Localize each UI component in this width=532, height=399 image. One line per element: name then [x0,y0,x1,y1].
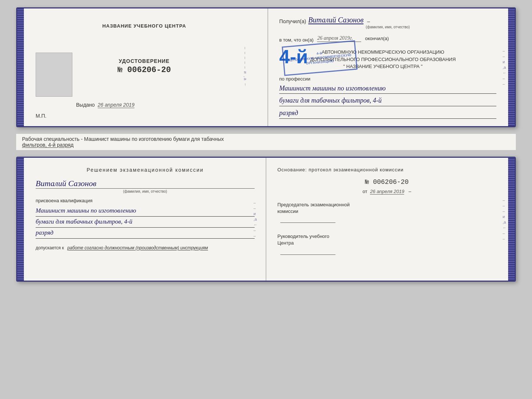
qual-line2: бумаги для табачных фильтров, 4-й [36,217,255,228]
profession-line1: Машинист машины по изготовлению [279,83,496,94]
bottom-certificate-book: Решением экзаменационной комиссии Витали… [16,157,516,282]
allowed-prefix: допускается к [36,245,64,250]
top-center-title: НАЗВАНИЕ УЧЕБНОГО ЦЕНТРА [36,23,253,29]
bottom-spine-right [508,158,515,281]
bottom-right-page: Основание: протокол экзаменационной коми… [266,158,515,281]
date-from-value: 26 апреля 2019 [370,189,404,195]
head-label2-text: Центра [277,240,294,246]
decision-title: Решением экзаменационной комиссии [36,167,255,173]
issued-label: Выдано [76,102,95,108]
chair-label: Председатель экзаменационной комиссии [277,202,496,215]
recipient-sub-label: (фамилия, имя, отчество) [279,25,496,29]
bottom-person-name: Виталий Сазонов [36,179,255,189]
recipient-prefix: Получил(а) [279,18,306,24]
subtitle-text-underlined: фильтров, 4-й разряд [22,142,73,148]
bottom-fio-label: (фамилия, имя, отчество) [36,189,255,193]
date-from-line: от 26 апреля 2019 – [277,189,496,194]
allowed-line: допускается к работе согласно должностны… [36,245,255,250]
bottom-left-edge-marks: – – и ,а ← – – [254,200,258,238]
chair-label-text: Председатель экзаменационной [277,202,350,207]
edge-text-left: – – – – – и ,а ← [243,47,248,88]
protocol-number: № 006206-20 [277,178,496,186]
head-label: Руководитель учебного Центра [277,233,496,246]
head-label-text: Руководитель учебного [277,234,329,239]
profession-line2: бумаги для табачных фильтров, 4-й [279,95,496,106]
photo-placeholder [36,53,72,97]
stamp-overlay: 4-йАВТОНОМНУЮ НЕКОММЕРЧЕСКУЮОРГАНИЗАЦИЮ [282,40,357,76]
org-block: 4-й АВТОНОМНУЮ НЕКОММЕРЧЕСКУЮ ОРГАНИЗАЦИ… [279,47,496,70]
allowed-text: работе согласно должностным (производств… [67,245,208,250]
stamp-text: 4-йАВТОНОМНУЮ НЕКОММЕРЧЕСКУЮОРГАНИЗАЦИЮ [287,49,352,67]
subtitle-text: Рабочая специальность - Машинист машины … [22,136,224,142]
spine-right-decoration [508,8,515,126]
recipient-name: Виталий Сазонов [308,16,363,24]
basis-title: Основание: протокол экзаменационной коми… [277,167,496,172]
subtitle-bar: Рабочая специальность - Машинист машины … [16,134,516,150]
recipient-line: Получил(а) Виталий Сазонов – [279,16,496,24]
issued-line: Выдано 26 апреля 2019 [76,102,134,108]
profession-line3: разряд [279,108,496,119]
okonchil-label: окончил(а) [365,36,389,41]
chair-signature-line [280,222,335,223]
chair-sig-block: Председатель экзаменационной комиссии [277,202,496,224]
head-signature-line [280,254,335,255]
assigned-label: присвоена квалификация [36,198,255,203]
vtom-row: в том, что он(а) 26 апреля 2019г. окончи… [279,33,496,44]
vtom-label: в том, что он(а) [279,37,313,43]
right-edge-marks: – – и ,а ← – – [503,49,507,86]
head-sig-block: Руководитель учебного Центра [277,233,496,256]
bottom-right-edge-marks: – – – и ,а ← – – [503,197,507,241]
qual-line3: разряд [36,228,255,239]
mp-label: М.П. [36,113,47,119]
date-from-prefix: от [363,189,367,194]
top-certificate-book: НАЗВАНИЕ УЧЕБНОГО ЦЕНТРА УДОСТОВЕРЕНИЕ №… [16,7,516,127]
issued-date: 26 апреля 2019 [98,102,134,108]
qual-line1: Машинист машины по изготовлению [36,206,255,217]
top-left-page: НАЗВАНИЕ УЧЕБНОГО ЦЕНТРА УДОСТОВЕРЕНИЕ №… [17,8,268,126]
profession-label: по профессии [279,76,496,82]
chair-label2-text: комиссии [277,209,298,214]
bottom-left-page: Решением экзаменационной комиссии Витали… [17,158,266,281]
top-right-page: Получил(а) Виталий Сазонов – (фамилия, и… [268,8,515,126]
